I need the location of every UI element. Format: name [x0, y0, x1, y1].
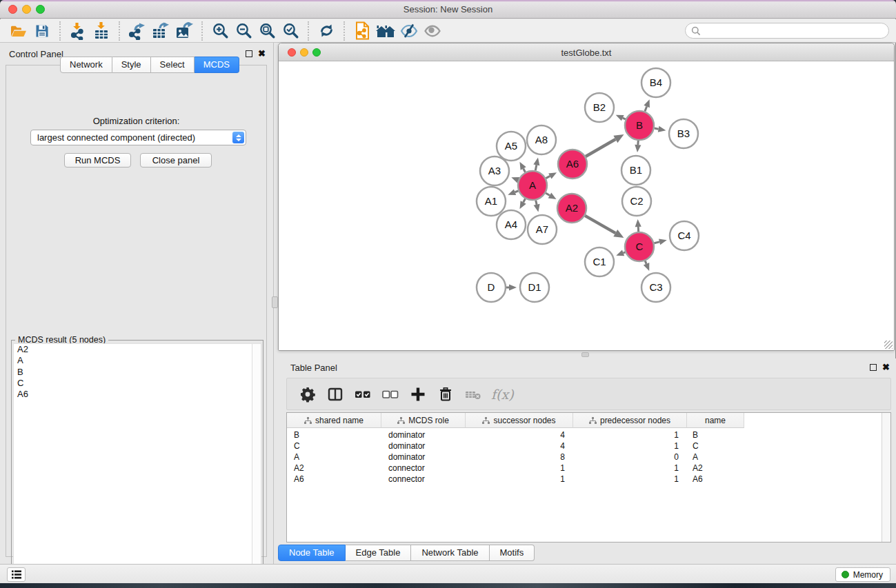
mcds-result-list[interactable]: A2ABCA6 [13, 343, 261, 571]
table-row[interactable]: A2connector11A2 [287, 463, 890, 474]
network-window-titlebar[interactable]: testGlobe.txt [279, 43, 894, 61]
zoom-selected-icon[interactable] [279, 21, 302, 41]
export-table-icon[interactable] [149, 21, 172, 41]
apply-layout-icon[interactable] [315, 21, 338, 41]
graph-edge[interactable] [623, 118, 626, 119]
tab-network-table[interactable]: Network Table [411, 545, 489, 561]
table-cell[interactable]: 1 [573, 429, 687, 440]
graph-edge[interactable] [515, 191, 519, 192]
tab-mcds[interactable]: MCDS [195, 57, 239, 73]
tab-style[interactable]: Style [112, 57, 151, 73]
zoom-in-icon[interactable] [208, 21, 232, 41]
column-header-name[interactable]: name [687, 413, 744, 428]
graph-edge[interactable] [524, 199, 526, 202]
graph-edge[interactable] [654, 242, 659, 243]
table-cell[interactable]: connector [381, 474, 466, 485]
close-panel-button[interactable]: Close panel [140, 153, 212, 168]
table-cell[interactable]: C [687, 440, 744, 452]
network-graph[interactable]: B4B2BB3A5A8A6A3AB1A1C2A4A7A2CC4C1C3DD1 [279, 61, 894, 350]
mcds-result-item[interactable]: A6 [14, 389, 261, 400]
result-scrollbar[interactable] [252, 344, 261, 570]
table-cell[interactable]: B [687, 429, 744, 440]
tab-node-table[interactable]: Node Table [278, 545, 346, 561]
import-table-icon[interactable] [90, 21, 113, 41]
resize-grip-icon[interactable] [884, 341, 893, 349]
table-cell[interactable]: A6 [287, 474, 381, 485]
import-network-icon[interactable] [66, 21, 90, 41]
table-cell[interactable]: B [287, 429, 381, 440]
table-cell[interactable]: A [287, 452, 381, 463]
graph-edge[interactable] [585, 216, 615, 233]
tab-select[interactable]: Select [151, 57, 195, 73]
table-cell[interactable]: 1 [466, 474, 573, 485]
mcds-result-item[interactable]: B [14, 367, 261, 378]
table-cell[interactable]: A [687, 452, 744, 463]
graph-edge[interactable] [546, 193, 550, 195]
open-file-icon[interactable] [7, 21, 30, 41]
close-panel-icon[interactable]: ✖ [258, 49, 266, 58]
graph-edge[interactable] [645, 261, 646, 263]
new-network-from-selection-icon[interactable] [350, 21, 374, 41]
table-cell[interactable]: dominator [381, 440, 466, 452]
tab-edge-table[interactable]: Edge Table [346, 545, 412, 561]
graph-edge[interactable] [655, 128, 659, 129]
mcds-result-item[interactable]: C [14, 378, 261, 389]
save-session-icon[interactable] [30, 21, 54, 41]
search-field[interactable] [685, 23, 889, 39]
network-canvas[interactable]: B4B2BB3A5A8A6A3AB1A1C2A4A7A2CC4C1C3DD1 [279, 61, 894, 350]
table-cell[interactable]: 4 [466, 429, 573, 440]
graph-edge[interactable] [535, 165, 537, 170]
table-cell[interactable]: 1 [573, 474, 687, 485]
task-history-button[interactable] [7, 567, 26, 582]
table-cell[interactable]: 1 [466, 463, 573, 474]
column-header-MCDS-role[interactable]: MCDS role [381, 413, 466, 428]
table-cell[interactable]: 1 [573, 463, 687, 474]
close-table-panel-icon[interactable]: ✖ [882, 363, 890, 372]
table-cell[interactable]: dominator [381, 452, 466, 463]
float-panel-icon[interactable] [246, 50, 252, 57]
split-columns-icon[interactable] [323, 382, 348, 407]
graph-edge[interactable] [524, 169, 526, 172]
graph-edge[interactable] [645, 107, 647, 112]
show-graphics-details-icon[interactable] [421, 21, 444, 41]
zoom-fit-icon[interactable] [255, 21, 279, 41]
table-cell[interactable]: C [287, 440, 381, 452]
mcds-result-item[interactable]: A2 [14, 344, 261, 355]
tab-motifs[interactable]: Motifs [490, 545, 535, 561]
memory-button[interactable]: Memory [835, 567, 890, 582]
vertical-splitter-handle[interactable] [272, 296, 278, 308]
run-mcds-button[interactable]: Run MCDS [64, 153, 131, 168]
table-settings-gear-icon[interactable] [295, 382, 320, 407]
deselect-all-columns-icon[interactable] [378, 382, 403, 407]
table-row[interactable]: Adominator80A [287, 452, 890, 463]
delete-columns-icon[interactable] [433, 382, 458, 407]
table-row[interactable]: Cdominator41C [287, 440, 890, 452]
table-row[interactable]: Bdominator41B [287, 429, 890, 440]
column-header-shared-name[interactable]: shared name [287, 413, 381, 428]
graph-edge[interactable] [624, 252, 626, 253]
hide-graphics-details-icon[interactable] [397, 21, 421, 41]
graph-edge[interactable] [536, 200, 537, 204]
tab-network[interactable]: Network [60, 57, 112, 73]
table-cell[interactable]: 8 [466, 452, 573, 463]
table-scrollbar[interactable] [882, 413, 890, 542]
export-network-icon[interactable] [126, 21, 149, 41]
table-cell[interactable]: 0 [573, 452, 687, 463]
add-column-icon[interactable] [406, 382, 430, 407]
table-row[interactable]: A6connector11A6 [287, 474, 890, 485]
function-builder-fx-icon[interactable]: f(x) [488, 387, 514, 402]
export-image-icon[interactable] [172, 21, 196, 41]
zoom-out-icon[interactable] [232, 21, 255, 41]
table-cell[interactable]: dominator [381, 429, 466, 440]
graph-edge[interactable] [586, 139, 615, 156]
horizontal-splitter-handle[interactable] [581, 352, 589, 357]
column-header-successor-nodes[interactable]: successor nodes [466, 413, 573, 428]
table-cell[interactable]: A2 [287, 463, 381, 474]
graph-edge[interactable] [546, 176, 550, 178]
criterion-dropdown[interactable]: largest connected component (directed) [30, 130, 246, 145]
home-icon[interactable] [374, 21, 397, 41]
table-cell[interactable]: connector [381, 463, 466, 474]
table-cell[interactable]: A6 [687, 474, 744, 485]
mcds-result-item[interactable]: A [14, 355, 261, 366]
float-table-panel-icon[interactable] [870, 364, 877, 371]
